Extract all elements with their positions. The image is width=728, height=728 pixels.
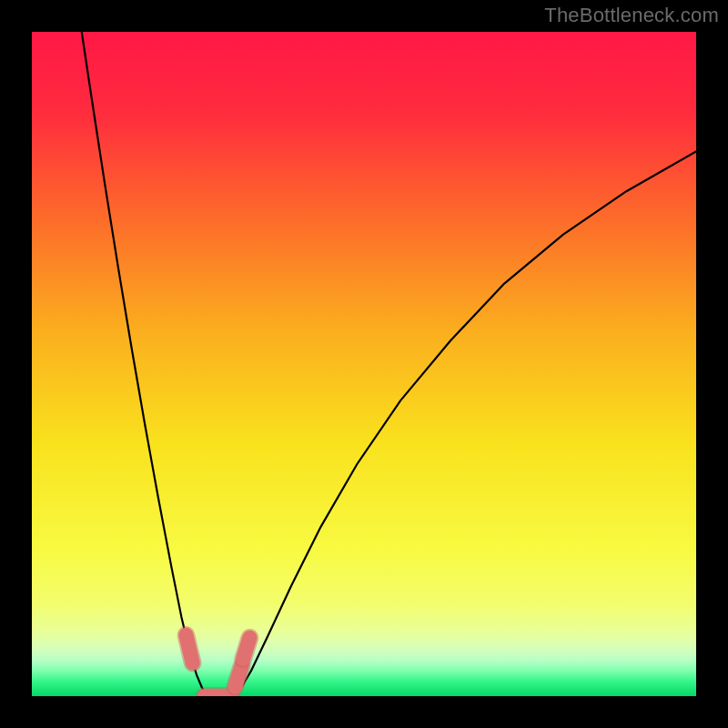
marker-group (186, 635, 249, 696)
curve-right-branch (233, 151, 696, 696)
outer-frame: TheBottleneck.com (0, 0, 728, 728)
marker-capsule (186, 635, 192, 663)
marker-capsule (243, 638, 249, 659)
watermark-text: TheBottleneck.com (544, 4, 719, 27)
curve-layer (32, 32, 696, 696)
plot-area (32, 32, 696, 696)
marker-capsule (235, 665, 241, 686)
curve-left-branch (82, 32, 209, 696)
